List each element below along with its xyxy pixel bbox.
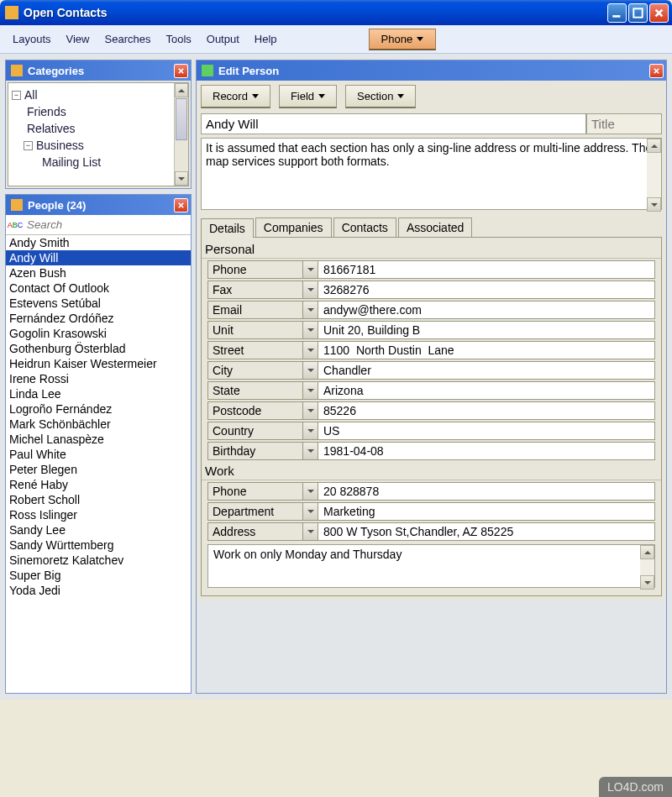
chevron-down-icon[interactable] — [302, 402, 318, 419]
people-list-item[interactable]: René Haby — [6, 477, 191, 492]
field-name-dropdown[interactable]: Postcode — [207, 401, 318, 420]
categories-close-button[interactable] — [174, 64, 188, 78]
field-value-input[interactable] — [318, 301, 655, 319]
chevron-down-icon[interactable] — [302, 322, 318, 338]
tab-companies[interactable]: Companies — [255, 218, 332, 237]
tree-item-all[interactable]: − All — [12, 87, 188, 103]
tab-details[interactable]: Details — [201, 218, 254, 238]
field-name-dropdown[interactable]: Email — [207, 301, 318, 319]
field-value-input[interactable] — [318, 381, 655, 400]
field-name-dropdown[interactable]: Street — [207, 341, 318, 359]
categories-tree[interactable]: − All Friends Relatives − Business — [8, 82, 189, 186]
field-name-dropdown[interactable]: Department — [207, 502, 318, 521]
chevron-down-icon[interactable] — [302, 281, 318, 298]
field-name-dropdown[interactable]: Country — [207, 422, 318, 440]
maximize-button[interactable] — [628, 3, 648, 23]
people-list-item[interactable]: Linda Lee — [6, 386, 191, 401]
people-list-item[interactable]: Super Big — [6, 568, 191, 583]
chevron-down-icon[interactable] — [302, 362, 318, 379]
tree-item-friends[interactable]: Friends — [12, 103, 188, 120]
search-input[interactable] — [24, 218, 191, 231]
field-name-dropdown[interactable]: Address — [207, 522, 318, 541]
people-list-item[interactable]: Gothenburg Österblad — [6, 341, 191, 356]
people-list-item[interactable]: Andy Smith — [6, 235, 191, 250]
field-name-dropdown[interactable]: Phone — [207, 482, 318, 501]
name-input[interactable] — [201, 113, 586, 134]
collapse-icon[interactable]: − — [12, 91, 21, 100]
title-input[interactable] — [586, 113, 662, 134]
people-list[interactable]: Andy SmithAndy WillAzen BushContact Of O… — [6, 235, 191, 693]
tab-associated[interactable]: Associated — [398, 218, 472, 237]
people-list-item[interactable]: Peter Blegen — [6, 462, 191, 477]
field-name-dropdown[interactable]: Unit — [207, 321, 318, 339]
work-notes-textarea[interactable] — [207, 544, 655, 588]
phone-dropdown-button[interactable]: Phone — [369, 29, 437, 50]
abc-sort-icon[interactable]: ABC — [6, 217, 24, 233]
people-list-item[interactable]: Yoda Jedi — [6, 583, 191, 598]
field-name-dropdown[interactable]: State — [207, 381, 318, 400]
field-value-input[interactable] — [318, 321, 655, 339]
tree-item-relatives[interactable]: Relatives — [12, 120, 188, 137]
chevron-down-icon[interactable] — [302, 443, 318, 459]
people-list-item[interactable]: Sandy Württemberg — [6, 537, 191, 553]
people-list-item[interactable]: Michel Lanaspèze — [6, 432, 191, 447]
categories-scrollbar[interactable] — [174, 83, 188, 186]
chevron-down-icon[interactable] — [302, 503, 318, 520]
chevron-down-icon[interactable] — [302, 342, 318, 359]
menu-view[interactable]: View — [59, 29, 97, 49]
scroll-thumb[interactable] — [176, 98, 187, 140]
people-list-item[interactable]: Sinemoretz Kalatchev — [6, 553, 191, 568]
chevron-down-icon[interactable] — [302, 382, 318, 399]
minimize-button[interactable] — [607, 3, 627, 23]
people-list-item[interactable]: Heidrun Kaiser Westermeier — [6, 356, 191, 371]
work-notes-scrollbar[interactable] — [640, 545, 654, 590]
people-list-item[interactable]: Logroño Fernández — [6, 401, 191, 417]
field-name-dropdown[interactable]: Fax — [207, 281, 318, 299]
people-list-item[interactable]: Mark Schönbächler — [6, 417, 191, 432]
menu-tools[interactable]: Tools — [158, 29, 198, 49]
people-list-item[interactable]: Fernández Ordóñez — [6, 311, 191, 326]
chevron-down-icon[interactable] — [302, 301, 318, 318]
field-name-dropdown[interactable]: City — [207, 361, 318, 380]
chevron-down-icon[interactable] — [302, 261, 318, 278]
people-list-item[interactable]: Robert Scholl — [6, 492, 191, 507]
chevron-down-icon[interactable] — [302, 483, 318, 500]
field-value-input[interactable] — [318, 442, 655, 460]
field-value-input[interactable] — [318, 422, 655, 440]
field-name-dropdown[interactable]: Phone — [207, 260, 318, 279]
chevron-down-icon[interactable] — [302, 422, 318, 439]
people-list-item[interactable]: Andy Will — [6, 250, 191, 265]
chevron-down-icon[interactable] — [302, 523, 318, 540]
menu-output[interactable]: Output — [199, 29, 247, 49]
notes-textarea[interactable] — [201, 138, 662, 210]
people-list-item[interactable]: Irene Rossi — [6, 371, 191, 386]
field-name-dropdown[interactable]: Birthday — [207, 442, 318, 460]
people-list-item[interactable]: Ross Islinger — [6, 507, 191, 522]
field-value-input[interactable] — [318, 260, 655, 279]
field-value-input[interactable] — [318, 361, 655, 380]
field-value-input[interactable] — [318, 341, 655, 359]
field-value-input[interactable] — [318, 281, 655, 299]
people-list-item[interactable]: Sandy Lee — [6, 522, 191, 537]
menu-layouts[interactable]: Layouts — [5, 29, 59, 49]
people-list-item[interactable]: Azen Bush — [6, 265, 191, 281]
tree-item-business[interactable]: − Business — [12, 137, 188, 154]
edit-person-close-button[interactable] — [649, 64, 664, 78]
people-close-button[interactable] — [174, 198, 188, 212]
tree-item-mailing-list[interactable]: Mailing List — [12, 154, 188, 170]
record-dropdown-button[interactable]: Record — [201, 85, 270, 108]
section-dropdown-button[interactable]: Section — [345, 85, 416, 108]
menu-help[interactable]: Help — [247, 29, 285, 49]
field-value-input[interactable] — [318, 502, 655, 521]
field-dropdown-button[interactable]: Field — [279, 85, 337, 108]
close-button[interactable] — [649, 3, 669, 23]
tab-contacts[interactable]: Contacts — [333, 218, 396, 237]
people-list-item[interactable]: Contact Of Outlook — [6, 281, 191, 296]
collapse-icon[interactable]: − — [24, 141, 33, 150]
people-list-item[interactable]: Estevens Setúbal — [6, 296, 191, 311]
field-value-input[interactable] — [318, 401, 655, 420]
people-list-item[interactable]: Gogolin Krasowski — [6, 326, 191, 341]
field-value-input[interactable] — [318, 522, 655, 541]
notes-scrollbar[interactable] — [647, 139, 661, 212]
field-value-input[interactable] — [318, 482, 655, 501]
